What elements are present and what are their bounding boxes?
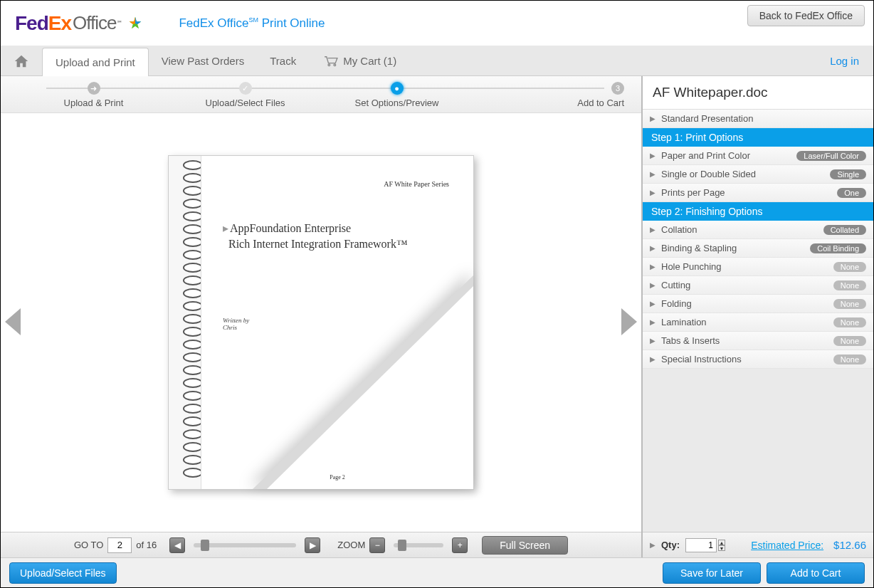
option-lamination[interactable]: ▶LaminationNone: [643, 313, 873, 332]
options-sidebar: AF Whitepaper.doc ▶Standard Presentation…: [643, 76, 873, 557]
star-icon: [127, 16, 143, 31]
option-paper-color[interactable]: ▶Paper and Print ColorLaser/Full Color: [643, 147, 873, 165]
page-number: Page 2: [330, 474, 345, 481]
option-standard-presentation[interactable]: ▶Standard Presentation: [643, 110, 873, 128]
fullscreen-button[interactable]: Full Screen: [482, 536, 568, 555]
arrow-right-icon: ➜: [88, 82, 100, 95]
qty-bar: ▶ Qty: ▲ ▼ Estimated Price: $12.66: [643, 532, 873, 557]
opt-badge: None: [833, 317, 866, 327]
opt-badge: None: [833, 336, 866, 346]
navbar: Upload and Print View Past Orders Track …: [1, 46, 873, 76]
opt-label: Standard Presentation: [661, 113, 753, 124]
option-prints-per-page[interactable]: ▶Prints per PageOne: [643, 184, 873, 202]
qty-label: Qty:: [661, 540, 680, 550]
expand-icon: ▶: [650, 263, 656, 271]
option-collation[interactable]: ▶CollationCollated: [643, 221, 873, 239]
add-to-cart-button[interactable]: Add to Cart: [767, 562, 865, 584]
opt-label: Prints per Page: [661, 187, 725, 198]
opt-badge: Laser/Full Color: [796, 151, 866, 161]
opt-label: Special Instructions: [661, 354, 742, 364]
wizard-step-upload-print[interactable]: ➜ Upload & Print: [18, 82, 169, 108]
option-hole-punching[interactable]: ▶Hole PunchingNone: [643, 258, 873, 276]
footer-right: Save for Later Add to Cart: [663, 562, 865, 584]
doc-series: AF White Paper Series: [223, 180, 449, 188]
zoom-slider-thumb[interactable]: [398, 540, 406, 551]
wstep-label: Add to Cart: [473, 98, 624, 108]
wstep-label: Set Options/Preview: [321, 98, 473, 108]
document-preview[interactable]: for(let i=0;i<25;i++)document.write('<di…: [168, 155, 474, 490]
opt-label: Tabs & Inserts: [661, 335, 720, 346]
option-special-instructions[interactable]: ▶Special InstructionsNone: [643, 350, 873, 369]
goto-page-input[interactable]: [107, 537, 132, 553]
qty-down-button[interactable]: ▼: [718, 545, 725, 551]
logo-tm: ℠: [117, 20, 122, 26]
opt-label: Paper and Print Color: [661, 150, 750, 161]
tab-upload-and-print[interactable]: Upload and Print: [42, 48, 149, 76]
expand-icon: ▶: [650, 318, 656, 326]
opt-badge: None: [833, 262, 866, 272]
goto-label: GO TO: [74, 540, 103, 550]
zoom-in-button[interactable]: +: [452, 537, 468, 553]
my-cart-link[interactable]: My Cart (1): [323, 55, 396, 67]
option-cutting[interactable]: ▶CuttingNone: [643, 276, 873, 295]
page-slider-thumb[interactable]: [201, 540, 209, 551]
wizard-step-select-files[interactable]: ✓ Upload/Select Files: [169, 82, 321, 108]
qty-input[interactable]: [685, 538, 717, 552]
option-binding[interactable]: ▶Binding & StaplingCoil Binding: [643, 239, 873, 258]
login-link[interactable]: Log in: [830, 55, 859, 67]
upload-select-files-button[interactable]: Upload/Select Files: [9, 562, 117, 584]
tab-track[interactable]: Track: [257, 46, 309, 76]
logo-fed: Fed: [15, 12, 48, 35]
opt-badge: None: [833, 355, 866, 364]
brand-sm: SM: [248, 16, 258, 23]
title-line2: Rich Internet Integration Framework™: [228, 238, 408, 250]
brand-suffix: Print Online: [258, 16, 325, 30]
header: FedExOffice℠ FedEx OfficeSM Print Online…: [1, 1, 873, 46]
expand-icon: ▶: [650, 115, 656, 122]
expand-icon: ▶: [650, 226, 656, 233]
qty-up-button[interactable]: ▲: [718, 540, 725, 545]
logo-ex: Ex: [48, 12, 71, 35]
cart-icon: [323, 56, 339, 67]
svg-marker-1: [135, 16, 141, 23]
wstep-label: Upload & Print: [18, 98, 169, 108]
wstep-label: Upload/Select Files: [169, 98, 321, 108]
option-sides[interactable]: ▶Single or Double SidedSingle: [643, 165, 873, 184]
opt-badge: None: [833, 299, 866, 309]
estimated-price-link[interactable]: Estimated Price:: [751, 540, 823, 551]
estimated-price-value: $12.66: [833, 539, 866, 551]
opt-label: Lamination: [661, 317, 707, 327]
expand-icon: ▶: [650, 337, 656, 345]
content: ➜ Upload & Print ✓ Upload/Select Files ●…: [1, 76, 873, 557]
tab-view-past-orders[interactable]: View Past Orders: [149, 46, 257, 76]
print-online-link[interactable]: FedEx OfficeSM Print Online: [179, 16, 325, 31]
opt-label: Hole Punching: [661, 261, 722, 272]
option-folding[interactable]: ▶FoldingNone: [643, 295, 873, 313]
page-slider[interactable]: [194, 543, 296, 547]
expand-icon: ▶: [650, 300, 656, 308]
zoom-slider[interactable]: [394, 543, 443, 547]
next-page-arrow[interactable]: [621, 308, 637, 335]
qty-spinner: ▲ ▼: [718, 540, 725, 551]
brand-prefix: FedEx Office: [179, 16, 248, 30]
opt-label: Folding: [661, 298, 692, 309]
written-by: Written by: [223, 317, 249, 324]
option-tabs-inserts[interactable]: ▶Tabs & InsertsNone: [643, 332, 873, 350]
check-icon: ✓: [239, 82, 252, 95]
home-icon[interactable]: [14, 53, 29, 69]
page-curl-highlight: [267, 286, 473, 489]
wizard-step-add-to-cart[interactable]: 3 Add to Cart: [473, 82, 624, 108]
wizard-step-set-options[interactable]: ● Set Options/Preview: [321, 82, 473, 108]
current-step-icon: ●: [391, 82, 404, 95]
footer: Upload/Select Files Save for Later Add t…: [1, 557, 873, 587]
page-prev-button[interactable]: ◀: [169, 537, 185, 553]
page-next-button[interactable]: ▶: [305, 537, 320, 553]
opt-label: Single or Double Sided: [661, 169, 756, 179]
title-line1: AppFoundation Enterprise: [230, 222, 351, 234]
doc-title: ▸AppFoundation Enterprise Rich Internet …: [223, 221, 452, 251]
back-to-fedex-button[interactable]: Back to FedEx Office: [747, 5, 865, 26]
prev-page-arrow[interactable]: [5, 308, 21, 335]
save-for-later-button[interactable]: Save for Later: [663, 562, 761, 584]
expand-icon: ▶: [650, 170, 656, 178]
zoom-out-button[interactable]: −: [369, 537, 385, 553]
